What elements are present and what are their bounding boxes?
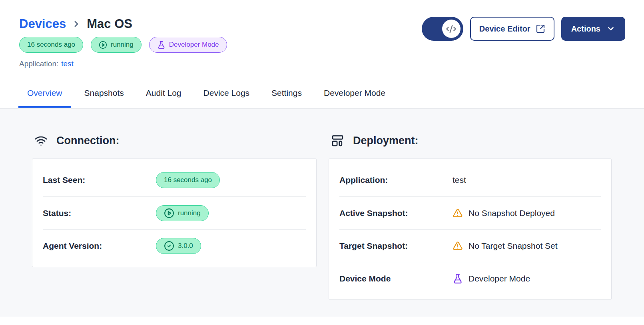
agent-version-row: Agent Version: 3.0.0: [43, 229, 306, 262]
deployment-section: Deployment: Application: test Active Sna…: [329, 134, 612, 317]
deployment-application-value: test: [453, 175, 601, 185]
last-seen-value-badge: 16 seconds ago: [156, 172, 220, 188]
active-snapshot-text: No Snapshot Deployed: [469, 208, 555, 218]
connection-section: Connection: Last Seen: 16 seconds ago St…: [32, 134, 317, 317]
device-mode-row: Device Mode Developer Mode: [339, 262, 601, 295]
device-editor-button[interactable]: Device Editor: [470, 17, 554, 41]
target-snapshot-value: No Target Snapshot Set: [453, 241, 601, 251]
active-snapshot-label: Active Snapshot:: [339, 208, 453, 218]
device-mode-label: Device Mode: [339, 274, 453, 283]
deployment-title: Deployment:: [353, 135, 419, 147]
last-seen-value-text: 16 seconds ago: [164, 176, 212, 184]
tab-overview[interactable]: Overview: [18, 84, 71, 108]
last-seen-badge: 16 seconds ago: [19, 37, 83, 53]
agent-version-badge: 3.0.0: [156, 238, 201, 254]
page-header: Devices Mac OS 16 seconds ago running De…: [0, 0, 644, 68]
chevron-down-icon: [606, 24, 615, 33]
tab-device-logs[interactable]: Device Logs: [195, 84, 259, 108]
connection-title: Connection:: [56, 135, 119, 147]
tab-settings[interactable]: Settings: [263, 84, 311, 108]
agent-version-label: Agent Version:: [43, 241, 156, 251]
flask-icon: [453, 273, 463, 284]
chevron-right-icon: [72, 19, 81, 29]
developer-mode-badge: Developer Mode: [149, 37, 227, 53]
last-seen-value: 16 seconds ago: [156, 172, 306, 188]
actions-button[interactable]: Actions: [561, 17, 625, 41]
developer-mode-toggle[interactable]: [422, 17, 463, 41]
status-label: Status:: [43, 208, 156, 218]
active-snapshot-row: Active Snapshot: No Snapshot Deployed: [339, 196, 601, 229]
application-label: Application:: [19, 59, 58, 68]
agent-version-text: 3.0.0: [178, 242, 193, 250]
device-mode-text: Developer Mode: [469, 274, 530, 283]
play-circle-icon: [164, 208, 174, 218]
target-snapshot-row: Target Snapshot: No Target Snapshot Set: [339, 229, 601, 262]
running-status-badge: running: [91, 37, 142, 53]
last-seen-row: Last Seen: 16 seconds ago: [43, 164, 306, 196]
page-title: Mac OS: [87, 17, 132, 31]
flask-icon: [157, 41, 165, 49]
deployment-heading: Deployment:: [329, 134, 612, 147]
status-badges: 16 seconds ago running Developer Mode: [19, 37, 227, 53]
target-snapshot-text: No Target Snapshot Set: [469, 241, 558, 251]
running-badge-label: running: [111, 41, 134, 49]
tab-developer-mode[interactable]: Developer Mode: [315, 84, 394, 108]
play-circle-icon: [99, 41, 107, 49]
header-left: Devices Mac OS 16 seconds ago running De…: [19, 17, 227, 68]
deployment-card: Application: test Active Snapshot: No Sn…: [329, 159, 612, 300]
tab-bar: Overview Snapshots Audit Log Device Logs…: [0, 84, 644, 109]
status-row: Status: running: [43, 196, 306, 229]
active-snapshot-value: No Snapshot Deployed: [453, 208, 601, 218]
breadcrumb: Devices Mac OS: [19, 17, 227, 31]
check-circle-icon: [164, 241, 174, 251]
tab-audit-log[interactable]: Audit Log: [137, 84, 190, 108]
application-row: Application:test: [19, 59, 227, 68]
tab-snapshots[interactable]: Snapshots: [76, 84, 133, 108]
header-controls: Device Editor Actions: [422, 17, 625, 41]
external-link-icon: [536, 24, 545, 34]
agent-version-value: 3.0.0: [156, 238, 306, 254]
last-seen-badge-label: 16 seconds ago: [27, 41, 75, 49]
device-mode-value: Developer Mode: [453, 273, 601, 284]
developer-mode-badge-label: Developer Mode: [169, 41, 219, 49]
status-value: running: [156, 205, 306, 221]
breadcrumb-devices-link[interactable]: Devices: [19, 17, 66, 31]
warning-icon: [453, 241, 463, 251]
deployment-application-label: Application:: [339, 175, 453, 185]
overview-panel: Connection: Last Seen: 16 seconds ago St…: [0, 109, 644, 317]
target-snapshot-label: Target Snapshot:: [339, 241, 453, 251]
toggle-knob: [442, 20, 461, 38]
status-value-badge: running: [156, 205, 209, 221]
connection-heading: Connection:: [32, 134, 317, 147]
actions-label: Actions: [571, 24, 600, 34]
code-icon: [446, 24, 457, 34]
warning-icon: [453, 208, 463, 218]
application-link[interactable]: test: [61, 59, 74, 68]
deployment-application-row: Application: test: [339, 164, 601, 196]
last-seen-label: Last Seen:: [43, 175, 156, 185]
panels-icon: [331, 134, 344, 147]
status-value-text: running: [178, 209, 201, 217]
connection-card: Last Seen: 16 seconds ago Status: runnin…: [32, 159, 317, 267]
device-editor-label: Device Editor: [479, 24, 530, 34]
wifi-icon: [34, 134, 48, 147]
deployment-application-text: test: [453, 175, 466, 185]
